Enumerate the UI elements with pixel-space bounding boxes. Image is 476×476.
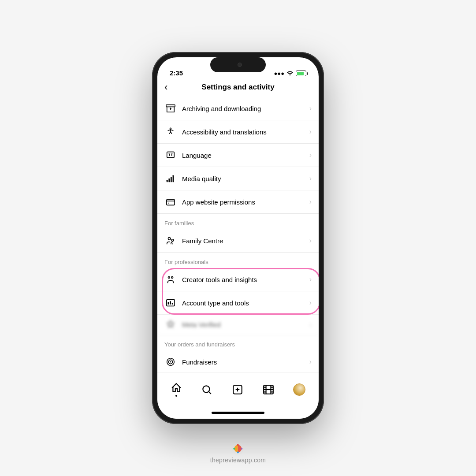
svg-rect-16 [168, 302, 169, 305]
fundraisers-chevron: › [309, 358, 312, 366]
highlighted-group: Creator tools and insights › [157, 268, 319, 315]
svg-point-3 [170, 128, 171, 129]
creator-tools-label: Creator tools and insights [182, 276, 309, 283]
header-title: Settings and activity [201, 83, 274, 92]
home-icon [171, 382, 182, 394]
families-section-header: For families [157, 214, 319, 229]
media-chevron: › [309, 175, 312, 182]
language-label: Language [182, 152, 309, 159]
menu-item-creator-tools[interactable]: Creator tools and insights › [157, 268, 319, 291]
svg-rect-6 [168, 178, 170, 182]
account-type-icon [164, 297, 177, 309]
archiving-chevron: › [309, 104, 312, 112]
meta-verified-chevron: › [309, 321, 312, 329]
permissions-label: App website permissions [182, 198, 309, 206]
verified-icon [164, 319, 177, 331]
language-icon [164, 149, 177, 161]
nav-profile[interactable] [288, 380, 311, 399]
orders-section-header: Your orders and fundraisers [157, 335, 319, 350]
phone-shell: 2:35 ●●● ‹ Settings and activity [152, 52, 324, 424]
svg-point-21 [170, 361, 171, 363]
creator-tools-icon [164, 273, 177, 286]
svg-rect-7 [171, 177, 172, 182]
accessibility-label: Accessibility and translations [182, 128, 309, 136]
phone-notch [210, 57, 266, 72]
svg-rect-9 [167, 200, 175, 205]
home-active-dot [175, 395, 177, 397]
menu-item-family-centre[interactable]: Family Centre › [157, 229, 319, 253]
svg-rect-18 [172, 303, 173, 305]
back-button[interactable]: ‹ [164, 82, 167, 93]
home-bar [212, 412, 264, 414]
home-indicator [157, 406, 319, 419]
svg-point-12 [171, 239, 174, 242]
status-time: 2:35 [170, 69, 183, 77]
svg-rect-17 [170, 301, 171, 304]
svg-rect-4 [167, 152, 175, 158]
archiving-label: Archiving and downloading [182, 105, 309, 112]
svg-point-11 [168, 238, 171, 240]
orders-group: Your orders and fundraisers Fundraisers … [157, 335, 319, 372]
accessibility-icon [164, 126, 177, 138]
wifi-icon [286, 70, 294, 77]
svg-point-30 [241, 448, 242, 450]
notch-camera [238, 63, 242, 67]
watermark-logo-icon [232, 443, 244, 455]
page-wrapper: 2:35 ●●● ‹ Settings and activity [0, 0, 476, 476]
main-group: Archiving and downloading › Accessibilit… [157, 97, 319, 214]
families-group: For families Family Centre [157, 214, 319, 253]
nav-search[interactable] [196, 380, 218, 399]
bottom-nav [157, 372, 319, 406]
menu-item-fundraisers[interactable]: Fundraisers › [157, 350, 319, 372]
svg-rect-8 [173, 175, 174, 182]
create-icon [232, 384, 243, 395]
menu-item-meta-verified[interactable]: Meta Verified › [157, 315, 319, 335]
media-label: Media quality [182, 175, 309, 182]
svg-point-29 [234, 448, 235, 450]
svg-point-13 [168, 277, 170, 279]
profile-avatar [293, 383, 305, 396]
media-quality-icon [164, 172, 177, 185]
family-icon [164, 234, 177, 247]
watermark-text: thepreviewapp.com [210, 457, 266, 464]
svg-point-10 [168, 203, 169, 204]
nav-reels[interactable] [257, 380, 279, 399]
permissions-icon [164, 196, 177, 208]
fundraisers-icon [164, 356, 177, 368]
phone-screen: 2:35 ●●● ‹ Settings and activity [157, 57, 319, 419]
nav-create[interactable] [227, 380, 249, 399]
signal-icon: ●●● [274, 70, 284, 77]
nav-home[interactable] [165, 379, 187, 400]
accessibility-chevron: › [309, 128, 312, 136]
menu-item-media[interactable]: Media quality › [157, 167, 319, 190]
settings-content[interactable]: Archiving and downloading › Accessibilit… [157, 97, 319, 372]
svg-point-23 [203, 386, 210, 392]
menu-item-account-type[interactable]: Account type and tools › [157, 291, 319, 315]
svg-rect-0 [166, 105, 175, 107]
language-chevron: › [309, 151, 312, 159]
account-type-chevron: › [309, 299, 312, 307]
permissions-chevron: › [309, 198, 312, 206]
fundraisers-label: Fundraisers [182, 358, 309, 366]
account-type-label: Account type and tools [182, 299, 309, 307]
watermark: thepreviewapp.com [210, 443, 266, 464]
menu-item-accessibility[interactable]: Accessibility and translations › [157, 120, 319, 144]
professionals-section-header: For professionals [157, 253, 319, 268]
svg-rect-5 [167, 180, 168, 182]
menu-item-permissions[interactable]: App website permissions › [157, 190, 319, 214]
reels-icon [263, 384, 274, 395]
professionals-group: For professionals [157, 253, 319, 335]
svg-point-27 [237, 444, 239, 446]
search-icon [201, 384, 212, 395]
status-icons: ●●● [274, 70, 306, 77]
battery-icon [296, 71, 306, 76]
creator-tools-chevron: › [309, 275, 312, 283]
svg-point-28 [237, 451, 239, 453]
screen-header: ‹ Settings and activity [157, 79, 319, 97]
family-centre-label: Family Centre [182, 237, 309, 245]
meta-verified-label: Meta Verified [182, 321, 309, 328]
archive-icon [164, 102, 177, 115]
menu-item-language[interactable]: Language › [157, 144, 319, 167]
svg-point-14 [171, 277, 173, 279]
menu-item-archiving[interactable]: Archiving and downloading › [157, 97, 319, 120]
